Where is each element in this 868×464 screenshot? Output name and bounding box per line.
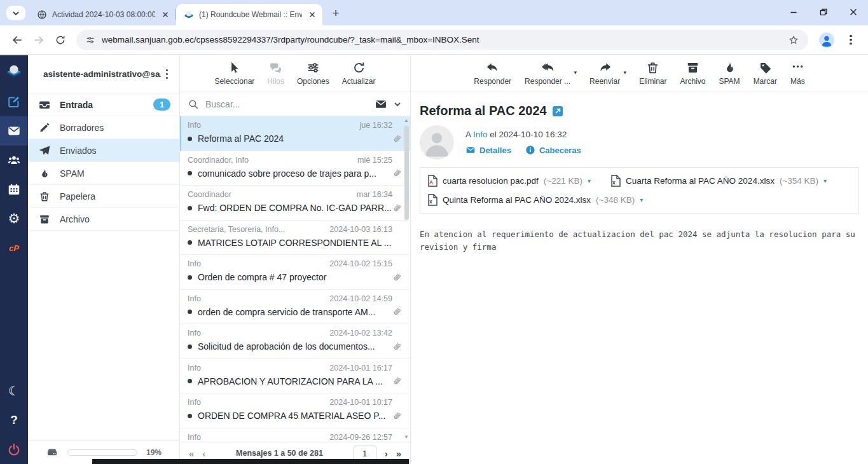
restore-button[interactable]	[808, 0, 838, 24]
browser-tab-actividad[interactable]: Actividad 2024-10-03 08:00:00	[29, 4, 176, 25]
rail-settings-button[interactable]: ⚙	[0, 204, 28, 233]
rail-contacts-button[interactable]	[0, 146, 28, 175]
attachment-xlsx[interactable]: x Quinta Reforma al PAC AÑO 2024.xlsx (~…	[428, 191, 643, 208]
paperclip-icon	[391, 376, 403, 387]
unread-dot-icon	[188, 379, 192, 383]
folder-papelera[interactable]: Papelera	[28, 185, 179, 208]
browser-titlebar: Actividad 2024-10-03 08:00:00 (1) Roundc…	[0, 0, 868, 25]
browser-tab-roundcube[interactable]: (1) Roundcube Webmail :: Envia	[176, 4, 322, 25]
last-page-button[interactable]: »	[396, 449, 401, 458]
message-row[interactable]: Infojue 16:32 Reforma al PAC 2024	[180, 116, 410, 151]
attachment-menu-caret-icon[interactable]: ▾	[640, 196, 643, 203]
message-list-panel: Seleccionar Hilos Opciones Actualizar	[180, 55, 411, 464]
folder-borradores[interactable]: Borradores	[28, 116, 179, 139]
profile-avatar-icon	[818, 32, 835, 48]
message-subject: Orden de compra # 47 proyector	[198, 272, 392, 282]
close-window-button[interactable]	[838, 0, 868, 24]
reply-all-label: Responder ...	[525, 77, 570, 86]
new-tab-button[interactable]: +	[327, 5, 344, 22]
message-row[interactable]: Info2024-10-01 10:17 ORDEN DE COMPRA 45 …	[180, 393, 410, 428]
folder-options-button[interactable]	[161, 67, 174, 82]
bookmark-star-button[interactable]	[788, 34, 799, 46]
message-row[interactable]: Info2024-10-02 14:59 orden de compra ser…	[180, 290, 410, 325]
scroll-up-icon[interactable]: ▲	[404, 118, 409, 123]
folder-entrada[interactable]: Entrada 1	[28, 93, 179, 116]
more-button[interactable]: Más	[790, 61, 805, 86]
tab-close-button[interactable]	[307, 10, 317, 20]
scrollbar-thumb[interactable]	[404, 126, 409, 220]
message-row[interactable]: Coordinador, Infomié 15:25 comunicado so…	[180, 151, 410, 186]
browser-menu-button[interactable]	[840, 29, 862, 51]
spam-button[interactable]: SPAM	[719, 61, 740, 86]
forward-button[interactable]: Reenviar ▾	[589, 61, 620, 86]
attachment-menu-caret-icon[interactable]: ▾	[823, 177, 827, 184]
trash-icon	[38, 191, 51, 202]
browser-profile-button[interactable]	[818, 32, 835, 48]
reply-all-button[interactable]: Responder ... ▾	[525, 61, 570, 86]
scrollbar-track[interactable]	[403, 123, 410, 435]
rail-mail-button[interactable]	[0, 116, 28, 146]
select-button[interactable]: Seleccionar	[215, 61, 255, 86]
forward-button[interactable]	[28, 29, 50, 51]
rail-compose-button[interactable]	[0, 87, 28, 116]
open-in-new-window-icon[interactable]	[553, 106, 563, 116]
options-button[interactable]: Opciones	[297, 61, 329, 86]
message-sender: Info	[188, 398, 201, 407]
reply-button[interactable]: Responder	[474, 61, 511, 86]
minimize-button[interactable]	[778, 0, 808, 24]
message-rows: Infojue 16:32 Reforma al PAC 2024 Coordi…	[180, 116, 410, 442]
folder-archivo[interactable]: Archivo	[28, 208, 179, 231]
url-bar[interactable]: webmail.sanjuan.gob.ec/cpsess8592294337/…	[76, 30, 808, 50]
chevron-down-icon	[392, 99, 403, 109]
mark-button[interactable]: Marcar	[754, 61, 777, 86]
dropdown-caret-icon[interactable]: ▾	[574, 69, 577, 76]
attachment-xlsx[interactable]: x Cuarta Reforma al PAC AÑO 2024.xlsx (~…	[611, 172, 827, 189]
trash-icon	[39, 191, 50, 202]
message-subject: Solicitud de aprobación de los documento…	[198, 341, 392, 351]
details-toggle[interactable]: Detalles	[465, 145, 511, 155]
search-input[interactable]	[205, 99, 368, 109]
back-button[interactable]	[6, 29, 28, 51]
site-settings-icon[interactable]	[85, 35, 95, 45]
headers-toggle[interactable]: Cabeceras	[525, 145, 581, 155]
reload-button[interactable]	[50, 29, 71, 51]
message-row[interactable]: Secretaria, Tesoreria, Info...2024-10-03…	[180, 221, 410, 256]
contacts-icon	[7, 153, 21, 167]
inbox-icon	[38, 99, 51, 111]
delete-button[interactable]: Eliminar	[639, 61, 666, 86]
forward-icon	[32, 34, 45, 46]
attachment-pdf[interactable]: A cuarta resolucion pac.pdf (~221 KB) ▾	[428, 172, 591, 189]
recipient-link[interactable]: Info	[473, 130, 488, 139]
next-page-button[interactable]: ›	[385, 449, 388, 458]
person-silhouette-icon	[420, 125, 454, 160]
rail-help-button[interactable]: ?	[0, 406, 28, 435]
rail-logout-button[interactable]	[0, 435, 28, 464]
message-subject: MATRICES LOTAIP CORRESPONDIENTE AL ...	[198, 238, 392, 248]
refresh-button[interactable]: Actualizar	[342, 61, 376, 86]
account-header: asistente-administrativo@sa...	[28, 55, 179, 93]
tab-search-button[interactable]	[6, 6, 25, 20]
message-row[interactable]: Info2024-10-02 15:15 Orden de compra # 4…	[180, 255, 410, 290]
message-row[interactable]: Info2024-10-01 16:17 APROBACION Y AUTORI…	[180, 359, 410, 394]
message-row[interactable]: Info2024-09-26 12:57	[180, 428, 410, 442]
message-date: 2024-10-02 15:15	[329, 259, 392, 268]
rail-cpanel-button[interactable]: cP	[0, 233, 28, 263]
folder-spam[interactable]: SPAM	[28, 162, 179, 185]
scroll-down-icon[interactable]: ▼	[404, 435, 409, 440]
search-scope-button[interactable]	[375, 98, 403, 111]
rail-darkmode-button[interactable]: ☾	[0, 376, 28, 406]
dropdown-caret-icon[interactable]: ▾	[624, 69, 627, 76]
message-row[interactable]: Info2024-10-02 13:42 Solicitud de aproba…	[180, 324, 410, 359]
rail-calendar-button[interactable]	[0, 175, 28, 204]
kebab-menu-icon	[844, 32, 857, 48]
folder-enviados[interactable]: Enviados	[28, 139, 179, 162]
tab-close-button[interactable]	[160, 10, 170, 20]
first-page-button[interactable]: «	[189, 449, 194, 458]
attachment-menu-caret-icon[interactable]: ▾	[588, 177, 591, 184]
prev-page-button[interactable]: ‹	[202, 449, 205, 458]
archive-button[interactable]: Archivo	[680, 61, 705, 86]
threads-button[interactable]: Hilos	[267, 61, 284, 86]
message-row[interactable]: Coordinadormar 16:34 Fwd: ORDEN DE COMPR…	[180, 186, 410, 221]
message-date: mié 15:25	[357, 156, 392, 165]
list-scrollbar[interactable]: ▲ ▼	[403, 116, 410, 442]
